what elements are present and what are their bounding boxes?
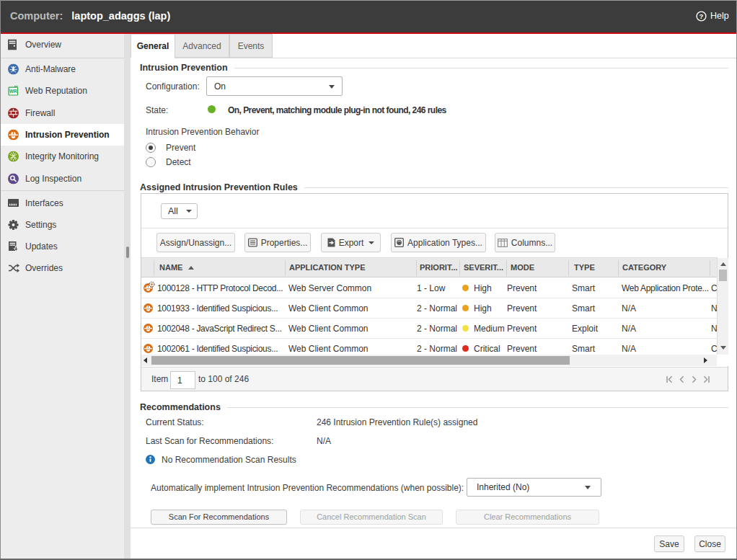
svg-text:WR: WR [9, 89, 17, 94]
svg-text:?: ? [700, 12, 704, 20]
